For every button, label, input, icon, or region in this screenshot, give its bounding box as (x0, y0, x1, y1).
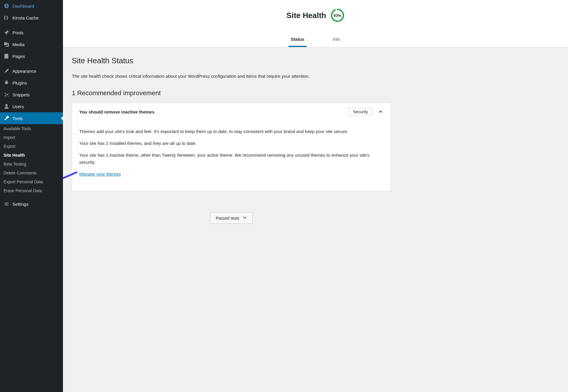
status-heading: Site Health Status (72, 56, 391, 65)
sidebar-item-label: Pages (12, 54, 25, 59)
submenu-import[interactable]: Import (0, 133, 63, 142)
tab-status[interactable]: Status (288, 33, 307, 47)
sidebar-item-label: Appearance (12, 69, 36, 74)
page-header: Site Health 93% Status Info (63, 0, 568, 47)
sidebar-item-label: Dashboard (12, 4, 34, 9)
progress-text: 93% (334, 13, 341, 18)
main-content: Site Health 93% Status Info Site Health … (63, 0, 568, 392)
menu-separator (0, 62, 63, 65)
scissors-icon (4, 92, 9, 98)
accordion-toggle[interactable]: You should remove inactive themes Securi… (72, 103, 391, 120)
submenu-erase-personal-data[interactable]: Erase Personal Data (0, 186, 63, 195)
sidebar-item-label: Tools (12, 116, 23, 121)
submenu-delete-comments[interactable]: Delete Comments (0, 169, 63, 177)
sidebar-item-kinsta-cache[interactable]: Kinsta Cache (0, 12, 63, 24)
status-description: The site health check shows critical inf… (72, 74, 391, 79)
menu-separator (0, 24, 63, 27)
sidebar-item-label: Media (12, 42, 25, 47)
recommendation-heading: 1 Recommended improvement (72, 89, 391, 97)
sidebar-item-label: Users (12, 104, 24, 109)
health-issue-accordion: You should remove inactive themes Securi… (72, 103, 391, 191)
menu-separator (0, 195, 63, 198)
issue-paragraph: Themes add your site's look and feel. It… (79, 128, 384, 135)
sidebar-item-plugins[interactable]: Plugins (0, 77, 63, 89)
chevron-up-icon (378, 109, 384, 115)
page-icon (4, 53, 9, 59)
sidebar-item-dashboard[interactable]: Dashboard (0, 0, 63, 12)
issue-badge: Security (348, 108, 372, 116)
sidebar-item-label: Settings (12, 202, 28, 207)
page-title: Site Health (286, 11, 326, 20)
sidebar-item-pages[interactable]: Pages (0, 50, 63, 62)
pin-icon (4, 30, 9, 35)
submenu-export-personal-data[interactable]: Export Personal Data (0, 177, 63, 186)
media-icon (4, 41, 9, 47)
sidebar-item-media[interactable]: Media (0, 38, 63, 50)
sidebar-item-snippets[interactable]: Snippets (0, 89, 63, 101)
wrench-icon (4, 115, 9, 121)
sidebar-item-label: Posts (12, 30, 24, 35)
manage-themes-link[interactable]: Manage your themes (79, 171, 121, 176)
sidebar-item-appearance[interactable]: Appearance (0, 65, 63, 77)
sidebar-item-label: Snippets (12, 92, 30, 97)
sidebar-item-label: Plugins (12, 80, 27, 85)
sidebar-item-posts[interactable]: Posts (0, 27, 63, 38)
plugin-icon (4, 80, 9, 86)
submenu-beta-testing[interactable]: Beta Testing (0, 160, 63, 169)
progress-indicator: 93% (330, 8, 345, 22)
tabs: Status Info (69, 33, 562, 47)
issue-paragraph: Your site has 2 installed themes, and th… (79, 140, 384, 147)
accordion-body: Themes add your site's look and feel. It… (72, 120, 391, 191)
passed-tests-label: Passed tests (216, 216, 239, 221)
issue-title: You should remove inactive themes (79, 109, 348, 114)
settings-icon (4, 201, 9, 207)
sidebar-item-label: Kinsta Cache (12, 15, 39, 20)
submenu-export[interactable]: Export (0, 142, 63, 151)
submenu-site-health[interactable]: Site Health (0, 151, 63, 160)
kinsta-icon (4, 15, 9, 21)
sidebar-item-users[interactable]: Users (0, 101, 63, 112)
dashboard-icon (4, 3, 9, 9)
sidebar-item-tools[interactable]: Tools (0, 112, 63, 124)
issue-paragraph: Your site has 1 inactive theme, other th… (79, 152, 384, 166)
admin-sidebar: Dashboard Kinsta Cache Posts Media Pages… (0, 0, 63, 392)
tab-info[interactable]: Info (330, 33, 343, 47)
brush-icon (4, 68, 9, 74)
sidebar-item-settings[interactable]: Settings (0, 198, 63, 210)
passed-tests-toggle[interactable]: Passed tests (210, 212, 253, 224)
submenu-available-tools[interactable]: Available Tools (0, 124, 63, 133)
chevron-down-icon (242, 215, 247, 221)
user-icon (4, 103, 9, 109)
